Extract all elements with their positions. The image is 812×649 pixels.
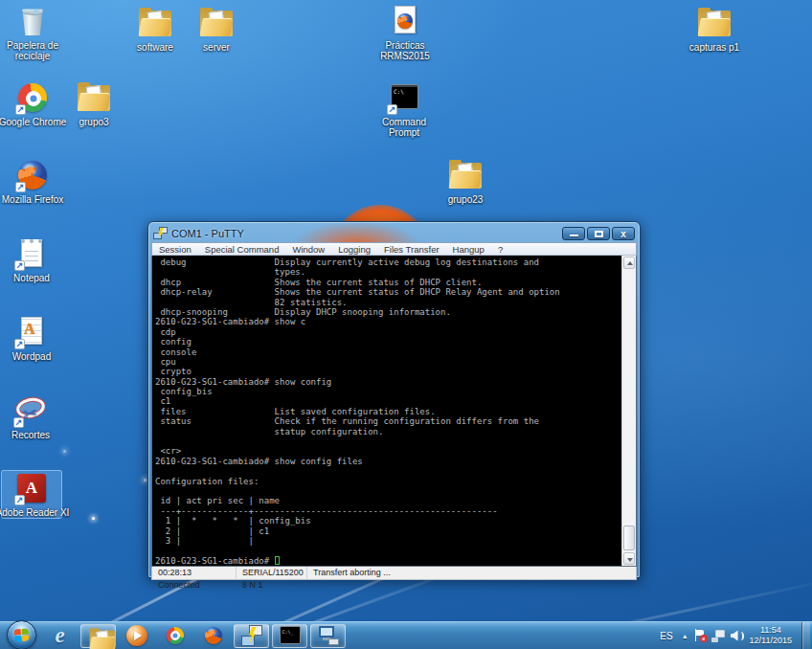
language-indicator[interactable]: ES [657,629,675,643]
desktop-icon-wordpad[interactable]: A↗Wordpad [1,315,62,362]
grupo3-icon [77,80,111,115]
taskbar-putty[interactable] [234,624,269,648]
desktop-icon-label: Mozilla Firefox [0,194,70,205]
terminal-line [155,546,621,555]
action-center-flag-icon[interactable]: x [694,629,706,642]
desktop[interactable]: Papelera de reciclajesoftwareserverPráct… [0,0,812,649]
terminal-line: cdp [155,327,621,337]
scroll-up-icon[interactable] [623,257,635,269]
desktop-icon-label: Notepad [1,273,62,283]
clock-time: 11:54 [760,625,781,635]
desktop-icon-notepad[interactable]: ↗Notepad [1,236,62,283]
terminal-line: 1 | * * * | config_bis [155,516,621,526]
status-bar: 00:28:13 ConnectedSERIAL/115200 8 N 1Tra… [151,567,637,580]
wallpaper-sparkle [144,479,147,481]
desktop-icon-label: grupo23 [435,194,496,205]
terminal-output[interactable]: debug Display currently active debug log… [152,256,621,566]
desktop-icon-command-prompt[interactable]: C:\↗Command Prompt [373,80,435,138]
practicas-icon [388,4,422,38]
close-button[interactable]: x [612,227,635,240]
desktop-icon-software[interactable]: software [124,6,186,53]
desktop-icon-server[interactable]: server [186,6,247,53]
taskbar-computer-app[interactable] [310,624,346,648]
menu-bar: SessionSpecial CommandWindowLoggingFiles… [151,242,637,256]
terminal-line: 2610-G23-SG1-cambiado# [155,556,621,566]
desktop-icon-capturas-p1[interactable]: capturas p1 [684,6,745,53]
desktop-icon-label: grupo3 [63,117,124,127]
shortcut-arrow-icon: ↗ [13,417,24,428]
taskbar[interactable]: eC:\_ ES ▲ x 11:54 12/11/2015 [0,621,812,649]
menu-item-special-command[interactable]: Special Command [198,244,286,255]
terminal-line: statup configuration. [155,427,621,436]
notepad-icon: ↗ [14,236,49,271]
desktop-icon-recortes[interactable]: ✂↗Recortes [0,393,61,440]
terminal-line: dhcp Shows the current status of DHCP cl… [155,278,621,287]
maximize-button[interactable] [587,227,610,240]
taskbar-windows-explorer[interactable] [80,624,116,648]
terminal-line: <cr> [155,446,621,456]
taskbar-chrome[interactable] [157,624,192,648]
terminal-line: ---+-------------+----------------------… [155,506,621,516]
clock[interactable]: 11:54 12/11/2015 [750,625,796,646]
terminal-line: 2 | | c1 [155,526,621,536]
taskbar-media-player[interactable] [119,624,154,648]
terminal-line: config_bis [155,387,621,396]
terminal-scrollbar[interactable] [621,256,636,566]
desktop-icon-label: Recortes [0,430,61,440]
menu-item-hangup[interactable]: Hangup [446,244,491,255]
grupo23-icon [448,158,483,192]
desktop-icon-practicas[interactable]: Prácticas RRMS2015 [374,4,436,61]
menu-item-files-transfer[interactable]: Files Transfer [377,244,446,255]
status-segment-1: 00:28:13 Connected [152,567,237,579]
desktop-icon-label: Prácticas RRMS2015 [374,40,436,61]
terminal-line: dhcp-relay Shows the current status of D… [155,287,621,297]
scroll-down-icon[interactable] [623,552,635,565]
wallpaper-sparkle [92,517,95,520]
shortcut-arrow-icon: ↗ [14,260,25,271]
status-segment-2: SERIAL/115200 8 N 1 [237,567,307,579]
show-desktop-button[interactable] [801,622,810,649]
menu-item-window[interactable]: Window [285,244,331,255]
network-icon[interactable] [711,630,725,642]
desktop-icon-google-chrome[interactable]: ↗Google Chrome [2,80,63,127]
titlebar[interactable]: COM1 - PuTTY x [151,224,637,242]
terminal-line: 2610-G23-SG1-cambiado# show c [155,317,621,326]
desktop-icon-label: capturas p1 [684,42,745,53]
desktop-icon-label: Command Prompt [373,117,435,138]
terminal-line: dhcp-snooping Display DHCP snooping info… [155,307,621,317]
desktop-icon-recycle-bin[interactable]: Papelera de reciclaje [2,4,63,61]
terminal-line: types. [155,267,621,277]
status-segment-3: Transfert aborting ... [307,567,636,579]
desktop-icon-mozilla-firefox[interactable]: ↗Mozilla Firefox [2,158,63,205]
wallpaper-sparkle [63,450,66,453]
desktop-icon-grupo23[interactable]: grupo23 [435,158,496,205]
volume-icon[interactable] [731,630,744,642]
hidden-icons-chevron-icon[interactable]: ▲ [682,633,688,639]
terminal-line: id | act pri sec | name [155,496,621,505]
terminal-line: files List saved configuration files. [155,407,621,416]
scrollbar-thumb[interactable] [623,526,635,550]
server-icon [199,6,234,40]
taskbar-internet-explorer[interactable]: e [42,624,78,648]
menu-item-help[interactable]: ? [491,244,509,255]
desktop-icon-adobe-reader[interactable]: A↗Adobe Reader XI [1,470,62,519]
terminal-line: config [155,337,621,347]
menu-item-logging[interactable]: Logging [331,244,377,255]
taskbar-command-prompt[interactable]: C:\_ [272,624,307,648]
terminal-cursor [275,556,280,565]
wordpad-icon: A↗ [14,315,49,349]
shortcut-arrow-icon: ↗ [387,104,397,115]
window-title: COM1 - PuTTY [171,228,244,239]
taskbar-firefox[interactable] [195,624,231,648]
menu-item-session[interactable]: Session [152,244,198,255]
terminal-line: 2610-G23-SG1-cambiado# show config [155,377,621,387]
terminal-line: console [155,347,621,357]
clock-date: 12/11/2015 [750,636,792,645]
taskbar-start-button[interactable] [4,624,39,648]
shortcut-arrow-icon: ↗ [15,104,26,115]
command-prompt-icon: C:\↗ [387,80,421,115]
minimize-button[interactable] [562,227,585,240]
putty-window[interactable]: COM1 - PuTTY x SessionSpecial CommandWin… [147,221,641,578]
desktop-icon-label: Adobe Reader XI [0,507,70,518]
desktop-icon-grupo3[interactable]: grupo3 [63,80,124,127]
